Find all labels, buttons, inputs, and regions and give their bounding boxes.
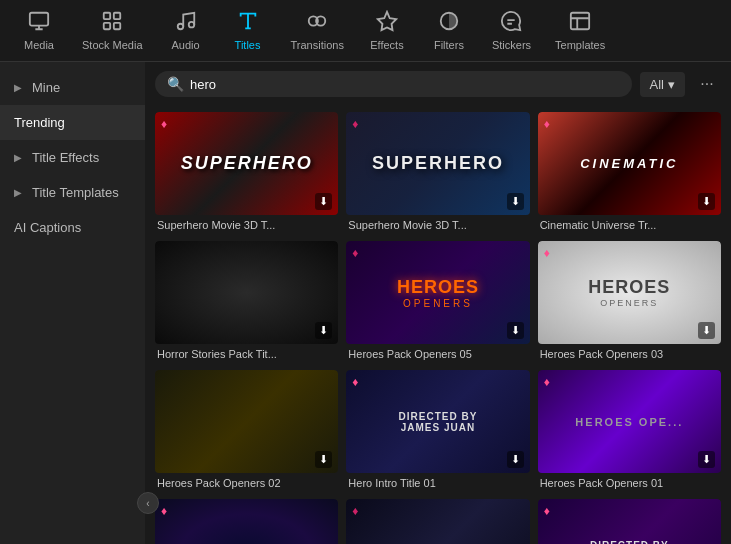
- nav-item-templates[interactable]: Templates: [545, 6, 615, 55]
- thumb-text: HEROES: [397, 277, 479, 298]
- more-icon: ···: [700, 75, 713, 93]
- thumb-text: SUPERHERO: [372, 153, 504, 174]
- thumbnail: ♦ HEROES OPE... ⬇: [538, 370, 721, 473]
- thumb-sub-text: OPENERS: [403, 298, 473, 309]
- download-icon[interactable]: ⬇: [698, 451, 715, 468]
- svg-point-5: [177, 24, 183, 30]
- grid-area: ♦ SUPERHERO ⬇ Superhero Movie 3D T... ♦ …: [145, 106, 731, 544]
- thumb-text: HEROES OPE...: [575, 416, 683, 428]
- svg-rect-0: [30, 13, 48, 26]
- download-icon[interactable]: ⬇: [315, 451, 332, 468]
- heart-icon: ♦: [352, 117, 358, 131]
- list-item[interactable]: ♦ CINEMATIC ⬇ Cinematic Universe Tr...: [538, 112, 721, 233]
- chevron-right-icon-2: ▶: [14, 152, 22, 163]
- item-label: Horror Stories Pack Tit...: [155, 344, 338, 362]
- nav-item-media-label: Media: [24, 39, 54, 51]
- chevron-right-icon-3: ▶: [14, 187, 22, 198]
- list-item[interactable]: ♦ DIRECTED BYJAMES JUAN ⬇ Hero Intro Tit…: [538, 499, 721, 544]
- download-icon[interactable]: ⬇: [507, 451, 524, 468]
- item-label: Heroes Pack Openers 05: [346, 344, 529, 362]
- thumbnail: ♦ ⬇: [346, 499, 529, 544]
- heart-icon: ♦: [161, 117, 167, 131]
- list-item[interactable]: ⬇ Heroes Pack Openers 02: [155, 370, 338, 491]
- svg-rect-10: [571, 13, 589, 30]
- heart-icon: ♦: [544, 246, 550, 260]
- thumb-text: HEROES: [588, 277, 670, 298]
- stock-media-icon: [101, 10, 123, 35]
- list-item[interactable]: ♦ DIRECTED BYJAMES JUAN ⬇ Hero Intro Tit…: [346, 370, 529, 491]
- content-area: 🔍 All ▾ ··· ♦ SUPERHERO ⬇: [145, 62, 731, 544]
- heart-icon: ♦: [544, 375, 550, 389]
- download-icon[interactable]: ⬇: [698, 193, 715, 210]
- transitions-icon: [306, 10, 328, 35]
- templates-icon: [569, 10, 591, 35]
- item-label: Superhero Movie 3D T...: [346, 215, 529, 233]
- nav-item-filters-label: Filters: [434, 39, 464, 51]
- stickers-icon: [500, 10, 522, 35]
- search-icon: 🔍: [167, 76, 184, 92]
- sidebar-item-title-templates[interactable]: ▶ Title Templates: [0, 175, 145, 210]
- list-item[interactable]: ♦ ⬇ Heroes Pack Openers 04: [155, 499, 338, 544]
- sidebar-item-trending-label: Trending: [14, 115, 65, 130]
- download-icon[interactable]: ⬇: [315, 193, 332, 210]
- sidebar-collapse-button[interactable]: ‹: [137, 492, 159, 514]
- sidebar-item-title-effects-label: Title Effects: [32, 150, 99, 165]
- list-item[interactable]: ♦ SUPERHERO ⬇ Superhero Movie 3D T...: [346, 112, 529, 233]
- nav-item-stickers-label: Stickers: [492, 39, 531, 51]
- list-item[interactable]: ♦ SUPERHERO ⬇ Superhero Movie 3D T...: [155, 112, 338, 233]
- search-input[interactable]: [190, 77, 620, 92]
- item-label: Heroes Pack Openers 03: [538, 344, 721, 362]
- thumbnail: ⬇: [155, 241, 338, 344]
- list-item[interactable]: ♦ HEROES OPENERS ⬇ Heroes Pack Openers 0…: [538, 241, 721, 362]
- nav-item-titles[interactable]: Titles: [219, 6, 277, 55]
- nav-item-stock-media[interactable]: Stock Media: [72, 6, 153, 55]
- chevron-down-icon: ▾: [668, 77, 675, 92]
- sidebar-item-title-templates-label: Title Templates: [32, 185, 119, 200]
- nav-item-stickers[interactable]: Stickers: [482, 6, 541, 55]
- sidebar-item-mine-label: Mine: [32, 80, 60, 95]
- sidebar-item-trending[interactable]: Trending: [0, 105, 145, 140]
- more-options-button[interactable]: ···: [693, 70, 721, 98]
- download-icon[interactable]: ⬇: [507, 322, 524, 339]
- nav-item-effects-label: Effects: [370, 39, 403, 51]
- thumb-text: SUPERHERO: [181, 153, 313, 174]
- list-item[interactable]: ♦ ⬇ Heroes Pack Openers 06: [346, 499, 529, 544]
- nav-item-media[interactable]: Media: [10, 6, 68, 55]
- thumb-text: CINEMATIC: [580, 156, 678, 171]
- nav-item-audio[interactable]: Audio: [157, 6, 215, 55]
- list-item[interactable]: ♦ HEROES OPENERS ⬇ Heroes Pack Openers 0…: [346, 241, 529, 362]
- sidebar-item-title-effects[interactable]: ▶ Title Effects: [0, 140, 145, 175]
- titles-icon: [237, 10, 259, 35]
- download-icon[interactable]: ⬇: [698, 322, 715, 339]
- nav-item-stock-media-label: Stock Media: [82, 39, 143, 51]
- nav-item-audio-label: Audio: [171, 39, 199, 51]
- thumbnail: ♦ CINEMATIC ⬇: [538, 112, 721, 215]
- sidebar-item-mine[interactable]: ▶ Mine: [0, 70, 145, 105]
- effects-icon: [376, 10, 398, 35]
- heart-icon: ♦: [352, 504, 358, 518]
- heart-icon: ♦: [352, 375, 358, 389]
- nav-item-transitions[interactable]: Transitions: [281, 6, 354, 55]
- item-label: Superhero Movie 3D T...: [155, 215, 338, 233]
- svg-rect-2: [114, 13, 120, 19]
- thumbnail: ⬇: [155, 370, 338, 473]
- item-label: Heroes Pack Openers 01: [538, 473, 721, 491]
- svg-rect-3: [104, 23, 110, 29]
- search-input-wrap[interactable]: 🔍: [155, 71, 632, 97]
- list-item[interactable]: ♦ HEROES OPE... ⬇ Heroes Pack Openers 01: [538, 370, 721, 491]
- nav-item-effects[interactable]: Effects: [358, 6, 416, 55]
- search-bar: 🔍 All ▾ ···: [145, 62, 731, 106]
- sidebar-item-ai-captions-label: AI Captions: [14, 220, 81, 235]
- thumbnail: ♦ HEROES OPENERS ⬇: [538, 241, 721, 344]
- download-icon[interactable]: ⬇: [315, 322, 332, 339]
- list-item[interactable]: ⬇ Horror Stories Pack Tit...: [155, 241, 338, 362]
- nav-item-transitions-label: Transitions: [291, 39, 344, 51]
- nav-item-filters[interactable]: Filters: [420, 6, 478, 55]
- download-icon[interactable]: ⬇: [507, 193, 524, 210]
- nav-item-templates-label: Templates: [555, 39, 605, 51]
- nav-item-titles-label: Titles: [235, 39, 261, 51]
- filter-dropdown[interactable]: All ▾: [640, 72, 685, 97]
- heart-icon: ♦: [544, 504, 550, 518]
- thumb-text: DIRECTED BYJAMES JUAN: [399, 411, 478, 433]
- sidebar-item-ai-captions[interactable]: AI Captions: [0, 210, 145, 245]
